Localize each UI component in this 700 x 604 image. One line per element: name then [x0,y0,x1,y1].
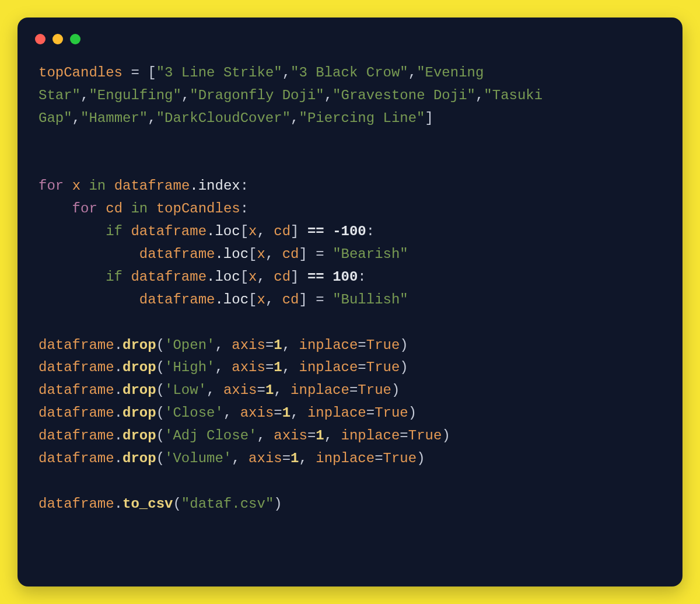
str-literal: "Dragonfly Doji" [190,88,324,103]
code-window: topCandles = ["3 Line Strike","3 Black C… [18,18,682,586]
str-literal: "DarkCloudCover" [156,110,290,126]
str-literal: "Piercing Line" [299,110,425,126]
fn-to-csv: to_csv [123,496,173,512]
kw-for: for [38,178,64,194]
fn-drop: drop [123,337,156,353]
fn-drop: drop [123,451,156,466]
num-neg100: -100 [332,224,366,239]
num-100: 100 [332,269,358,285]
fn-drop: drop [123,359,156,375]
str-literal: "Hammer" [80,110,148,126]
var-topCandles: topCandles [156,201,240,217]
str-literal: "3 Line Strike" [156,65,282,81]
var-topCandles: topCandles [38,65,123,81]
kw-if: if [106,269,123,285]
close-icon[interactable] [35,34,46,44]
minimize-icon[interactable] [52,34,63,44]
str-open: 'Open' [164,337,215,353]
zoom-icon[interactable] [70,34,80,44]
kw-in: in [131,201,148,217]
str-literal: "Engulfing" [89,88,181,103]
kw-for: for [72,201,97,217]
kw-in: in [89,178,106,194]
attr-index: .index [190,178,240,194]
fn-drop: drop [123,428,156,444]
str-literal: "Gravestone Doji" [332,88,475,103]
op-eq: == [307,224,324,239]
var-dataframe: dataframe [114,178,190,194]
code-block: topCandles = ["3 Line Strike","3 Black C… [18,44,682,537]
str-low: 'Low' [164,382,206,398]
attr-loc: .loc [206,224,240,239]
str-bearish: "Bearish" [332,246,408,262]
window-titlebar [18,34,682,44]
str-literal: "3 Black Crow" [290,65,408,81]
str-close: 'Close' [164,405,223,421]
kw-if: if [106,224,123,239]
str-volume: 'Volume' [164,451,232,466]
var-x: x [72,178,80,194]
str-csv: "dataf.csv" [181,496,274,512]
fn-drop: drop [123,405,156,421]
str-high: 'High' [164,359,215,375]
var-cd: cd [106,201,123,217]
fn-drop: drop [123,382,156,398]
str-bullish: "Bullish" [332,292,408,308]
str-adjclose: 'Adj Close' [164,428,257,444]
op-eq: == [307,269,324,285]
